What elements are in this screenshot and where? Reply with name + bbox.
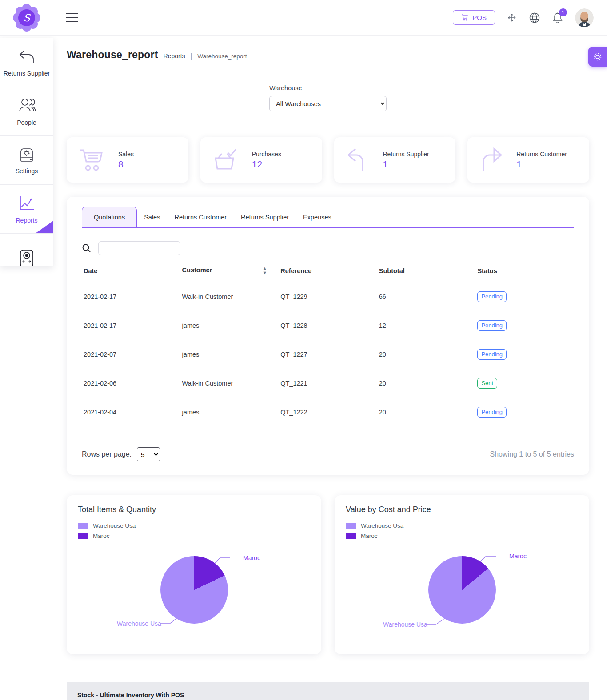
gear-icon (593, 52, 603, 62)
column-header-reference[interactable]: Reference (279, 260, 377, 282)
sidebar-item-settings[interactable]: Settings (0, 136, 53, 185)
tab-returns-supplier[interactable]: Returns Supplier (234, 207, 296, 227)
cell-subtotal: 20 (377, 398, 476, 427)
charts-row: Total Items & Quantity Warehouse Usa Mar… (67, 495, 589, 654)
stat-value: 12 (252, 159, 281, 170)
cell-reference: QT_1228 (279, 311, 377, 340)
theme-settings-button[interactable] (588, 47, 607, 67)
arrow-return-left-icon (345, 146, 371, 174)
legend-item: Maroc (346, 533, 578, 539)
svg-text:S: S (23, 12, 31, 24)
fullscreen-button[interactable] (507, 12, 517, 23)
breadcrumb-section[interactable]: Reports (164, 52, 185, 60)
stat-value: 1 (516, 159, 567, 170)
pie-chart[interactable] (160, 556, 228, 624)
people-icon (17, 97, 36, 115)
language-button[interactable] (529, 12, 540, 24)
column-header-customer-label: Customer (182, 266, 212, 274)
stat-card-returns-customer: Returns Customer 1 (467, 137, 589, 183)
entries-summary: Showing 1 to 5 of 5 entries (490, 450, 574, 458)
pie-slice-label-maroc: Maroc (509, 553, 527, 560)
stat-value: 8 (118, 159, 134, 170)
pie-chart-area: Maroc Warehouse Usa (78, 543, 310, 643)
sidebar: Returns Supplier People Settings Reports (0, 38, 53, 266)
chart-card-value-cost-price: Value by Cost and Price Warehouse Usa Ma… (335, 495, 589, 654)
sidebar-item-returns-supplier[interactable]: Returns Supplier (0, 38, 53, 87)
tab-returns-customer[interactable]: Returns Customer (167, 207, 234, 227)
globe-icon (529, 12, 540, 24)
notification-count-badge: 1 (559, 8, 567, 16)
pie-chart[interactable] (428, 556, 496, 624)
status-badge: Sent (477, 378, 497, 389)
column-header-customer[interactable]: Customer ▲▼ (180, 260, 279, 282)
rows-per-page-select[interactable]: 5 (137, 447, 160, 461)
table-row: 2021-02-07 james QT_1227 20 Pending (82, 340, 574, 369)
breadcrumb-page: Warehouse_report (197, 53, 247, 60)
column-header-date[interactable]: Date (82, 260, 180, 282)
legend-swatch-maroc (78, 533, 88, 539)
footer-title: Stock - Ultimate Inventory With POS (67, 692, 589, 700)
settings-drive-icon (17, 146, 36, 163)
cart-icon (461, 14, 469, 21)
cell-customer: james (180, 340, 279, 369)
pie-slice-label-warehouse-usa: Warehouse Usa (117, 620, 161, 627)
breadcrumb-separator: | (191, 52, 192, 60)
table-row: 2021-02-06 Walk-in Customer QT_1221 20 S… (82, 369, 574, 398)
stocky-logo[interactable]: S (12, 4, 41, 32)
speaker-box-icon (18, 248, 36, 267)
stat-value: 1 (383, 159, 429, 170)
legend-swatch-warehouse-usa (346, 523, 356, 529)
cell-reference: QT_1229 (279, 282, 377, 311)
return-arrow-icon (17, 48, 36, 65)
cell-date: 2021-02-17 (82, 311, 180, 340)
chart-card-items-quantity: Total Items & Quantity Warehouse Usa Mar… (67, 495, 321, 654)
report-tabs: Quotations Sales Returns Customer Return… (82, 207, 574, 228)
column-header-subtotal[interactable]: Subtotal (377, 260, 476, 282)
sort-icon[interactable]: ▲▼ (262, 266, 267, 275)
status-badge: Pending (477, 349, 507, 360)
tab-expenses[interactable]: Expenses (296, 207, 339, 227)
pos-button[interactable]: POS (453, 10, 495, 25)
sidebar-item-people[interactable]: People (0, 87, 53, 136)
legend-label: Maroc (361, 533, 378, 539)
chart-legend: Warehouse Usa Maroc (346, 522, 578, 539)
sidebar-item-label: Reports (16, 217, 37, 224)
warehouse-select[interactable]: All Warehouses (269, 96, 387, 111)
user-avatar[interactable] (575, 8, 594, 27)
table-row: 2021-02-04 james QT_1222 20 Pending (82, 398, 574, 427)
cell-reference: QT_1222 (279, 398, 377, 427)
notifications-button[interactable]: 1 (552, 12, 563, 24)
legend-label: Warehouse Usa (93, 522, 136, 529)
sidebar-item-reports[interactable]: Reports (0, 185, 53, 234)
tab-quotations[interactable]: Quotations (82, 207, 137, 227)
cell-date: 2021-02-06 (82, 369, 180, 398)
table-row: 2021-02-17 Walk-in Customer QT_1229 66 P… (82, 282, 574, 311)
report-table-card: Quotations Sales Returns Customer Return… (67, 197, 589, 475)
table-search-input[interactable] (98, 241, 180, 255)
search-icon (82, 243, 92, 253)
cell-reference: QT_1227 (279, 340, 377, 369)
menu-toggle-icon[interactable] (66, 10, 78, 25)
cell-subtotal: 20 (377, 369, 476, 398)
sidebar-item-partial[interactable] (0, 234, 53, 266)
app-header: S POS (0, 0, 607, 36)
legend-item: Maroc (78, 533, 310, 539)
sidebar-item-label: People (17, 119, 36, 126)
app-footer: Stock - Ultimate Inventory With POS © 20… (67, 682, 589, 700)
sidebar-item-label: Settings (16, 167, 38, 175)
active-corner-marker (36, 221, 53, 233)
reports-chart-icon (17, 195, 36, 212)
column-header-status[interactable]: Status (475, 260, 574, 282)
cell-subtotal: 12 (377, 311, 476, 340)
shopping-cart-icon (77, 147, 107, 173)
sidebar-item-label: Returns Supplier (4, 70, 50, 77)
stat-label: Sales (118, 151, 134, 158)
cell-date: 2021-02-04 (82, 398, 180, 427)
cell-date: 2021-02-17 (82, 282, 180, 311)
chart-title: Total Items & Quantity (78, 505, 310, 514)
legend-item: Warehouse Usa (78, 522, 310, 529)
table-row: 2021-02-17 james QT_1228 12 Pending (82, 311, 574, 340)
main-content: Warehouse_report Reports | Warehouse_rep… (67, 49, 589, 700)
tab-sales[interactable]: Sales (137, 207, 167, 227)
cell-subtotal: 20 (377, 340, 476, 369)
